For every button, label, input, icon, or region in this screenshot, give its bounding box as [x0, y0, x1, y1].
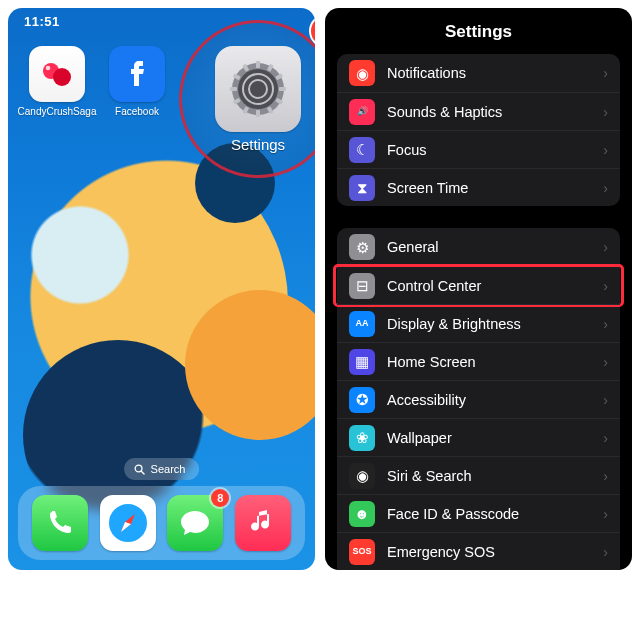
- search-label: Search: [151, 463, 186, 475]
- display-icon: AA: [349, 311, 375, 337]
- sos-icon: SOS: [349, 539, 375, 565]
- search-icon: [134, 464, 145, 475]
- notifications-icon: ◉: [349, 60, 375, 86]
- gear-icon: [225, 56, 291, 122]
- settings-row-display[interactable]: AADisplay & Brightness›: [337, 304, 620, 342]
- chevron-right-icon: ›: [603, 544, 608, 560]
- siri-icon: ◉: [349, 463, 375, 489]
- dock-messages[interactable]: 8: [167, 495, 223, 551]
- screentime-icon: ⧗: [349, 175, 375, 201]
- safari-icon: [105, 500, 151, 546]
- settings-row-label: Sounds & Haptics: [387, 104, 591, 120]
- settings-row-accessibility[interactable]: ✪Accessibility›: [337, 380, 620, 418]
- faceid-icon: ☻: [349, 501, 375, 527]
- app-candycrush[interactable]: CandyCrushSaga: [26, 46, 88, 117]
- control-icon: ⊟: [349, 273, 375, 299]
- wallpaper-icon: ❀: [349, 425, 375, 451]
- svg-point-2: [46, 66, 51, 71]
- settings-row-label: Emergency SOS: [387, 544, 591, 560]
- settings-group-2: ⚙General›⊟Control Center›AADisplay & Bri…: [337, 228, 620, 570]
- messages-badge: 8: [211, 489, 229, 507]
- general-icon: ⚙: [349, 234, 375, 260]
- settings-screen: Settings ◉Notifications›🔊Sounds & Haptic…: [325, 8, 632, 570]
- settings-list[interactable]: ◉Notifications›🔊Sounds & Haptics›☾Focus›…: [325, 54, 632, 570]
- settings-row-label: Home Screen: [387, 354, 591, 370]
- svg-point-1: [53, 68, 71, 86]
- spotlight-search[interactable]: Search: [124, 458, 200, 480]
- dock-music[interactable]: [235, 495, 291, 551]
- settings-group-1: ◉Notifications›🔊Sounds & Haptics›☾Focus›…: [337, 54, 620, 206]
- chevron-right-icon: ›: [603, 354, 608, 370]
- chevron-right-icon: ›: [603, 142, 608, 158]
- chevron-right-icon: ›: [603, 180, 608, 196]
- settings-row-label: Face ID & Passcode: [387, 506, 591, 522]
- settings-row-label: Siri & Search: [387, 468, 591, 484]
- settings-row-siri[interactable]: ◉Siri & Search›: [337, 456, 620, 494]
- settings-row-control[interactable]: ⊟Control Center›: [337, 266, 620, 304]
- chevron-right-icon: ›: [603, 430, 608, 446]
- svg-rect-7: [256, 61, 260, 68]
- facebook-icon: [109, 46, 165, 102]
- phone-icon: [44, 507, 76, 539]
- chevron-right-icon: ›: [603, 506, 608, 522]
- chevron-right-icon: ›: [603, 316, 608, 332]
- status-time: 11:51: [24, 14, 60, 29]
- candycrush-icon: [29, 46, 85, 102]
- sounds-icon: 🔊: [349, 99, 375, 125]
- chevron-right-icon: ›: [603, 65, 608, 81]
- messages-icon: [178, 506, 212, 540]
- settings-row-label: Display & Brightness: [387, 316, 591, 332]
- settings-row-sounds[interactable]: 🔊Sounds & Haptics›: [337, 92, 620, 130]
- settings-row-focus[interactable]: ☾Focus›: [337, 130, 620, 168]
- settings-row-homescreen[interactable]: ▦Home Screen›: [337, 342, 620, 380]
- settings-row-sos[interactable]: SOSEmergency SOS›: [337, 532, 620, 570]
- settings-row-label: Control Center: [387, 278, 591, 294]
- settings-row-general[interactable]: ⚙General›: [337, 228, 620, 266]
- settings-row-label: Wallpaper: [387, 430, 591, 446]
- settings-row-faceid[interactable]: ☻Face ID & Passcode›: [337, 494, 620, 532]
- focus-icon: ☾: [349, 137, 375, 163]
- accessibility-icon: ✪: [349, 387, 375, 413]
- dock: 8: [18, 486, 305, 560]
- homescreen-icon: ▦: [349, 349, 375, 375]
- settings-row-label: General: [387, 239, 591, 255]
- page-title: Settings: [325, 8, 632, 54]
- settings-row-label: Screen Time: [387, 180, 591, 196]
- app-settings[interactable]: [215, 46, 301, 132]
- homescreen: 11:51 CandyCrushSaga: [8, 8, 315, 570]
- dock-safari[interactable]: [100, 495, 156, 551]
- chevron-right-icon: ›: [603, 239, 608, 255]
- svg-line-9: [141, 471, 144, 474]
- settings-row-notifications[interactable]: ◉Notifications›: [337, 54, 620, 92]
- settings-row-label: Focus: [387, 142, 591, 158]
- settings-row-wallpaper[interactable]: ❀Wallpaper›: [337, 418, 620, 456]
- chevron-right-icon: ›: [603, 278, 608, 294]
- chevron-right-icon: ›: [603, 468, 608, 484]
- settings-label: Settings: [231, 136, 285, 153]
- app-facebook[interactable]: Facebook: [106, 46, 168, 117]
- chevron-right-icon: ›: [603, 392, 608, 408]
- dock-phone[interactable]: [32, 495, 88, 551]
- settings-row-label: Notifications: [387, 65, 591, 81]
- settings-row-screentime[interactable]: ⧗Screen Time›: [337, 168, 620, 206]
- music-icon: [248, 508, 278, 538]
- settings-row-label: Accessibility: [387, 392, 591, 408]
- app-label: Facebook: [115, 106, 159, 117]
- app-label: CandyCrushSaga: [18, 106, 97, 117]
- chevron-right-icon: ›: [603, 104, 608, 120]
